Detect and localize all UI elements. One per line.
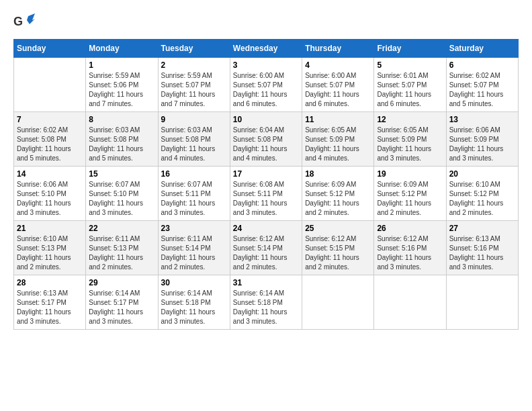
day-number: 28 [17, 278, 83, 287]
day-number: 2 [161, 60, 227, 70]
day-info: Sunrise: 6:13 AMSunset: 5:17 PMDaylight:… [17, 289, 83, 326]
day-info: Sunrise: 6:00 AMSunset: 5:07 PMDaylight:… [233, 71, 299, 109]
day-number: 19 [377, 169, 443, 179]
day-info: Sunrise: 6:14 AMSunset: 5:17 PMDaylight:… [89, 289, 154, 326]
day-info: Sunrise: 6:13 AMSunset: 5:16 PMDaylight:… [449, 234, 515, 272]
calendar-week-row: 14Sunrise: 6:06 AMSunset: 5:10 PMDayligh… [14, 167, 519, 221]
day-number: 5 [377, 60, 443, 70]
calendar-cell: 30Sunrise: 6:14 AMSunset: 5:18 PMDayligh… [158, 275, 230, 330]
day-info: Sunrise: 6:08 AMSunset: 5:11 PMDaylight:… [233, 180, 299, 218]
day-info: Sunrise: 6:09 AMSunset: 5:12 PMDaylight:… [305, 180, 371, 218]
day-number: 10 [233, 115, 299, 124]
day-info: Sunrise: 6:10 AMSunset: 5:13 PMDaylight:… [17, 234, 83, 272]
calendar-cell: 27Sunrise: 6:13 AMSunset: 5:16 PMDayligh… [446, 221, 518, 275]
calendar-cell: 8Sunrise: 6:03 AMSunset: 5:08 PMDaylight… [86, 112, 158, 167]
day-number: 8 [89, 115, 154, 124]
calendar-cell: 25Sunrise: 6:12 AMSunset: 5:15 PMDayligh… [302, 221, 374, 275]
weekday-header: Wednesday [230, 40, 302, 58]
svg-text:G: G [13, 15, 23, 28]
day-info: Sunrise: 6:04 AMSunset: 5:08 PMDaylight:… [233, 126, 299, 163]
day-number: 15 [89, 169, 154, 179]
calendar-week-row: 21Sunrise: 6:10 AMSunset: 5:13 PMDayligh… [14, 221, 519, 275]
calendar-week-row: 7Sunrise: 6:02 AMSunset: 5:08 PMDaylight… [14, 112, 519, 167]
logo: G [13, 13, 38, 32]
day-info: Sunrise: 6:05 AMSunset: 5:09 PMDaylight:… [305, 126, 371, 163]
calendar-cell: 1Sunrise: 5:59 AMSunset: 5:06 PMDaylight… [86, 58, 158, 112]
day-info: Sunrise: 6:12 AMSunset: 5:16 PMDaylight:… [377, 234, 443, 272]
calendar-cell [302, 275, 374, 330]
calendar-cell: 2Sunrise: 5:59 AMSunset: 5:07 PMDaylight… [158, 58, 230, 112]
day-number: 11 [305, 115, 371, 124]
day-info: Sunrise: 6:10 AMSunset: 5:12 PMDaylight:… [449, 180, 515, 218]
calendar-week-row: 1Sunrise: 5:59 AMSunset: 5:06 PMDaylight… [14, 58, 519, 112]
calendar-cell: 15Sunrise: 6:07 AMSunset: 5:10 PMDayligh… [86, 167, 158, 221]
calendar-cell [14, 58, 86, 112]
day-info: Sunrise: 6:14 AMSunset: 5:18 PMDaylight:… [161, 289, 227, 326]
day-info: Sunrise: 6:07 AMSunset: 5:10 PMDaylight:… [89, 180, 154, 218]
calendar-cell: 24Sunrise: 6:12 AMSunset: 5:14 PMDayligh… [230, 221, 302, 275]
calendar-header-row: SundayMondayTuesdayWednesdayThursdayFrid… [14, 40, 519, 58]
calendar-cell: 13Sunrise: 6:06 AMSunset: 5:09 PMDayligh… [446, 112, 518, 167]
calendar-cell: 29Sunrise: 6:14 AMSunset: 5:17 PMDayligh… [86, 275, 158, 330]
calendar-cell: 14Sunrise: 6:06 AMSunset: 5:10 PMDayligh… [14, 167, 86, 221]
calendar-cell: 7Sunrise: 6:02 AMSunset: 5:08 PMDaylight… [14, 112, 86, 167]
calendar-cell: 18Sunrise: 6:09 AMSunset: 5:12 PMDayligh… [302, 167, 374, 221]
day-number: 25 [305, 224, 371, 233]
calendar-cell: 6Sunrise: 6:02 AMSunset: 5:07 PMDaylight… [446, 58, 518, 112]
day-number: 3 [233, 60, 299, 70]
weekday-header: Friday [374, 40, 446, 58]
day-number: 16 [161, 169, 227, 179]
calendar-cell: 17Sunrise: 6:08 AMSunset: 5:11 PMDayligh… [230, 167, 302, 221]
day-number: 22 [89, 224, 154, 233]
calendar-cell: 26Sunrise: 6:12 AMSunset: 5:16 PMDayligh… [374, 221, 446, 275]
calendar-cell: 19Sunrise: 6:09 AMSunset: 5:12 PMDayligh… [374, 167, 446, 221]
day-number: 14 [17, 169, 83, 179]
day-number: 9 [161, 115, 227, 124]
logo-icon: G [13, 13, 35, 32]
day-info: Sunrise: 6:02 AMSunset: 5:08 PMDaylight:… [17, 126, 83, 163]
day-info: Sunrise: 6:11 AMSunset: 5:13 PMDaylight:… [89, 234, 154, 272]
day-info: Sunrise: 6:12 AMSunset: 5:14 PMDaylight:… [233, 234, 299, 272]
day-info: Sunrise: 6:03 AMSunset: 5:08 PMDaylight:… [161, 126, 227, 163]
calendar-cell: 10Sunrise: 6:04 AMSunset: 5:08 PMDayligh… [230, 112, 302, 167]
day-number: 24 [233, 224, 299, 233]
day-number: 7 [17, 115, 83, 124]
day-info: Sunrise: 6:01 AMSunset: 5:07 PMDaylight:… [377, 71, 443, 109]
calendar-cell: 16Sunrise: 6:07 AMSunset: 5:11 PMDayligh… [158, 167, 230, 221]
weekday-header: Tuesday [158, 40, 230, 58]
calendar-cell: 9Sunrise: 6:03 AMSunset: 5:08 PMDaylight… [158, 112, 230, 167]
day-info: Sunrise: 5:59 AMSunset: 5:07 PMDaylight:… [161, 71, 227, 109]
day-number: 26 [377, 224, 443, 233]
day-number: 17 [233, 169, 299, 179]
calendar-cell: 11Sunrise: 6:05 AMSunset: 5:09 PMDayligh… [302, 112, 374, 167]
day-info: Sunrise: 6:00 AMSunset: 5:07 PMDaylight:… [305, 71, 371, 109]
day-info: Sunrise: 6:02 AMSunset: 5:07 PMDaylight:… [449, 71, 515, 109]
calendar-cell: 12Sunrise: 6:05 AMSunset: 5:09 PMDayligh… [374, 112, 446, 167]
calendar-cell: 22Sunrise: 6:11 AMSunset: 5:13 PMDayligh… [86, 221, 158, 275]
day-number: 12 [377, 115, 443, 124]
day-number: 23 [161, 224, 227, 233]
day-number: 27 [449, 224, 515, 233]
day-info: Sunrise: 6:12 AMSunset: 5:15 PMDaylight:… [305, 234, 371, 272]
calendar-cell [446, 275, 518, 330]
calendar-week-row: 28Sunrise: 6:13 AMSunset: 5:17 PMDayligh… [14, 275, 519, 330]
weekday-header: Thursday [302, 40, 374, 58]
calendar-cell: 31Sunrise: 6:14 AMSunset: 5:18 PMDayligh… [230, 275, 302, 330]
day-number: 1 [89, 60, 154, 70]
day-info: Sunrise: 5:59 AMSunset: 5:06 PMDaylight:… [89, 71, 154, 109]
day-number: 18 [305, 169, 371, 179]
calendar-cell: 20Sunrise: 6:10 AMSunset: 5:12 PMDayligh… [446, 167, 518, 221]
calendar-cell: 28Sunrise: 6:13 AMSunset: 5:17 PMDayligh… [14, 275, 86, 330]
weekday-header: Saturday [446, 40, 518, 58]
day-number: 13 [449, 115, 515, 124]
day-number: 4 [305, 60, 371, 70]
day-info: Sunrise: 6:07 AMSunset: 5:11 PMDaylight:… [161, 180, 227, 218]
day-number: 6 [449, 60, 515, 70]
day-info: Sunrise: 6:03 AMSunset: 5:08 PMDaylight:… [89, 126, 154, 163]
day-info: Sunrise: 6:11 AMSunset: 5:14 PMDaylight:… [161, 234, 227, 272]
page-header: G [13, 13, 519, 32]
day-number: 21 [17, 224, 83, 233]
calendar: SundayMondayTuesdayWednesdayThursdayFrid… [13, 39, 519, 330]
weekday-header: Sunday [14, 40, 86, 58]
calendar-cell: 23Sunrise: 6:11 AMSunset: 5:14 PMDayligh… [158, 221, 230, 275]
